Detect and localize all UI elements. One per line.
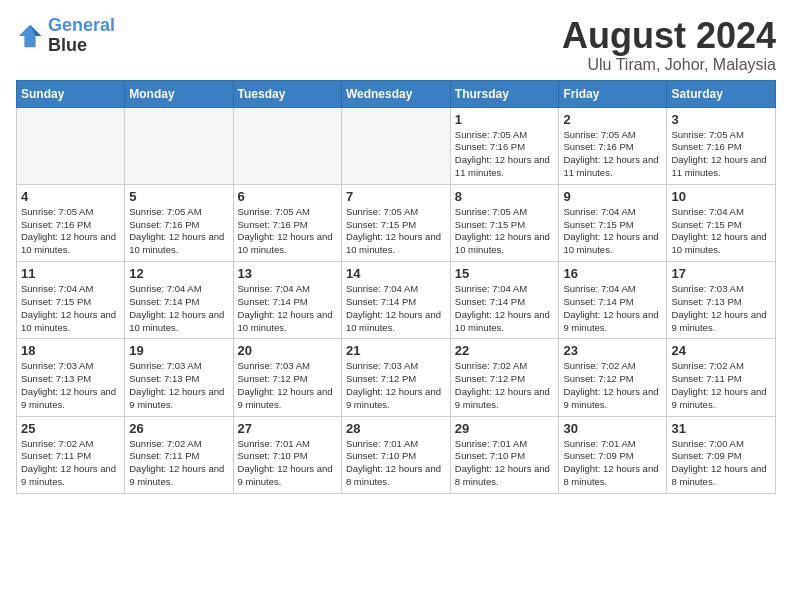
day-number: 25 [21,421,120,436]
weekday-header-row: Sunday Monday Tuesday Wednesday Thursday… [17,80,776,107]
logo-general: General [48,15,115,35]
calendar-cell: 18Sunrise: 7:03 AM Sunset: 7:13 PM Dayli… [17,339,125,416]
day-info: Sunrise: 7:04 AM Sunset: 7:14 PM Dayligh… [129,283,228,334]
calendar-cell: 30Sunrise: 7:01 AM Sunset: 7:09 PM Dayli… [559,416,667,493]
header-wednesday: Wednesday [341,80,450,107]
header: General Blue August 2024 Ulu Tiram, Joho… [16,16,776,74]
calendar-cell: 19Sunrise: 7:03 AM Sunset: 7:13 PM Dayli… [125,339,233,416]
calendar-cell: 12Sunrise: 7:04 AM Sunset: 7:14 PM Dayli… [125,262,233,339]
day-number: 19 [129,343,228,358]
day-info: Sunrise: 7:00 AM Sunset: 7:09 PM Dayligh… [671,438,771,489]
day-number: 6 [238,189,337,204]
logo: General Blue [16,16,115,56]
day-number: 27 [238,421,337,436]
header-monday: Monday [125,80,233,107]
day-number: 10 [671,189,771,204]
header-saturday: Saturday [667,80,776,107]
day-info: Sunrise: 7:05 AM Sunset: 7:16 PM Dayligh… [671,129,771,180]
day-info: Sunrise: 7:01 AM Sunset: 7:10 PM Dayligh… [238,438,337,489]
calendar-cell: 23Sunrise: 7:02 AM Sunset: 7:12 PM Dayli… [559,339,667,416]
day-info: Sunrise: 7:02 AM Sunset: 7:12 PM Dayligh… [563,360,662,411]
calendar-cell: 5Sunrise: 7:05 AM Sunset: 7:16 PM Daylig… [125,184,233,261]
day-info: Sunrise: 7:05 AM Sunset: 7:15 PM Dayligh… [455,206,555,257]
day-number: 13 [238,266,337,281]
page-container: General Blue August 2024 Ulu Tiram, Joho… [0,0,792,502]
day-number: 1 [455,112,555,127]
calendar-cell [341,107,450,184]
calendar-cell: 28Sunrise: 7:01 AM Sunset: 7:10 PM Dayli… [341,416,450,493]
day-info: Sunrise: 7:02 AM Sunset: 7:11 PM Dayligh… [21,438,120,489]
day-number: 17 [671,266,771,281]
calendar-cell: 1Sunrise: 7:05 AM Sunset: 7:16 PM Daylig… [450,107,559,184]
day-info: Sunrise: 7:05 AM Sunset: 7:16 PM Dayligh… [455,129,555,180]
week-row-3: 11Sunrise: 7:04 AM Sunset: 7:15 PM Dayli… [17,262,776,339]
day-number: 5 [129,189,228,204]
week-row-1: 1Sunrise: 7:05 AM Sunset: 7:16 PM Daylig… [17,107,776,184]
day-number: 9 [563,189,662,204]
calendar-cell: 26Sunrise: 7:02 AM Sunset: 7:11 PM Dayli… [125,416,233,493]
calendar-cell: 15Sunrise: 7:04 AM Sunset: 7:14 PM Dayli… [450,262,559,339]
day-info: Sunrise: 7:05 AM Sunset: 7:15 PM Dayligh… [346,206,446,257]
logo-blue: Blue [48,35,87,55]
header-tuesday: Tuesday [233,80,341,107]
calendar-cell: 29Sunrise: 7:01 AM Sunset: 7:10 PM Dayli… [450,416,559,493]
calendar-cell: 16Sunrise: 7:04 AM Sunset: 7:14 PM Dayli… [559,262,667,339]
calendar-cell: 31Sunrise: 7:00 AM Sunset: 7:09 PM Dayli… [667,416,776,493]
logo-icon [16,22,44,50]
day-number: 20 [238,343,337,358]
calendar-cell [17,107,125,184]
day-info: Sunrise: 7:05 AM Sunset: 7:16 PM Dayligh… [238,206,337,257]
title-block: August 2024 Ulu Tiram, Johor, Malaysia [562,16,776,74]
day-number: 11 [21,266,120,281]
calendar-cell: 7Sunrise: 7:05 AM Sunset: 7:15 PM Daylig… [341,184,450,261]
calendar-cell [233,107,341,184]
day-number: 8 [455,189,555,204]
calendar-cell: 25Sunrise: 7:02 AM Sunset: 7:11 PM Dayli… [17,416,125,493]
calendar-cell: 11Sunrise: 7:04 AM Sunset: 7:15 PM Dayli… [17,262,125,339]
calendar-cell: 14Sunrise: 7:04 AM Sunset: 7:14 PM Dayli… [341,262,450,339]
week-row-5: 25Sunrise: 7:02 AM Sunset: 7:11 PM Dayli… [17,416,776,493]
day-number: 16 [563,266,662,281]
day-number: 24 [671,343,771,358]
day-info: Sunrise: 7:04 AM Sunset: 7:14 PM Dayligh… [346,283,446,334]
day-info: Sunrise: 7:04 AM Sunset: 7:14 PM Dayligh… [455,283,555,334]
day-info: Sunrise: 7:04 AM Sunset: 7:14 PM Dayligh… [238,283,337,334]
day-info: Sunrise: 7:03 AM Sunset: 7:13 PM Dayligh… [129,360,228,411]
day-number: 18 [21,343,120,358]
day-number: 3 [671,112,771,127]
day-info: Sunrise: 7:03 AM Sunset: 7:12 PM Dayligh… [346,360,446,411]
calendar-cell: 13Sunrise: 7:04 AM Sunset: 7:14 PM Dayli… [233,262,341,339]
calendar-cell: 3Sunrise: 7:05 AM Sunset: 7:16 PM Daylig… [667,107,776,184]
calendar-cell: 27Sunrise: 7:01 AM Sunset: 7:10 PM Dayli… [233,416,341,493]
logo-text: General Blue [48,16,115,56]
day-info: Sunrise: 7:02 AM Sunset: 7:11 PM Dayligh… [671,360,771,411]
day-info: Sunrise: 7:02 AM Sunset: 7:11 PM Dayligh… [129,438,228,489]
calendar-cell: 21Sunrise: 7:03 AM Sunset: 7:12 PM Dayli… [341,339,450,416]
day-number: 7 [346,189,446,204]
day-info: Sunrise: 7:05 AM Sunset: 7:16 PM Dayligh… [129,206,228,257]
day-info: Sunrise: 7:04 AM Sunset: 7:15 PM Dayligh… [671,206,771,257]
calendar-cell: 6Sunrise: 7:05 AM Sunset: 7:16 PM Daylig… [233,184,341,261]
day-number: 15 [455,266,555,281]
day-info: Sunrise: 7:01 AM Sunset: 7:09 PM Dayligh… [563,438,662,489]
calendar-cell: 17Sunrise: 7:03 AM Sunset: 7:13 PM Dayli… [667,262,776,339]
calendar-cell [125,107,233,184]
month-title: August 2024 [562,16,776,56]
day-number: 2 [563,112,662,127]
location: Ulu Tiram, Johor, Malaysia [562,56,776,74]
day-number: 22 [455,343,555,358]
day-info: Sunrise: 7:05 AM Sunset: 7:16 PM Dayligh… [563,129,662,180]
day-number: 23 [563,343,662,358]
day-info: Sunrise: 7:04 AM Sunset: 7:15 PM Dayligh… [21,283,120,334]
week-row-4: 18Sunrise: 7:03 AM Sunset: 7:13 PM Dayli… [17,339,776,416]
day-info: Sunrise: 7:04 AM Sunset: 7:15 PM Dayligh… [563,206,662,257]
day-number: 28 [346,421,446,436]
calendar-cell: 24Sunrise: 7:02 AM Sunset: 7:11 PM Dayli… [667,339,776,416]
calendar: Sunday Monday Tuesday Wednesday Thursday… [16,80,776,494]
header-sunday: Sunday [17,80,125,107]
day-number: 12 [129,266,228,281]
day-number: 30 [563,421,662,436]
header-friday: Friday [559,80,667,107]
day-info: Sunrise: 7:04 AM Sunset: 7:14 PM Dayligh… [563,283,662,334]
calendar-cell: 8Sunrise: 7:05 AM Sunset: 7:15 PM Daylig… [450,184,559,261]
